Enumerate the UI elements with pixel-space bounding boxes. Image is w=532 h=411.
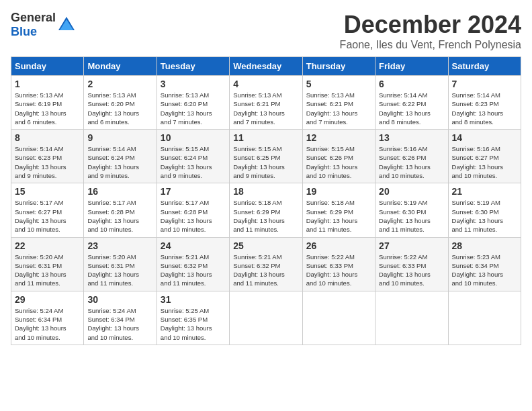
title-area: December 2024 Faone, Iles du Vent, Frenc…: [340, 11, 521, 51]
calendar-cell: 25Sunrise: 5:21 AMSunset: 6:32 PMDayligh…: [230, 237, 302, 291]
weekday-header-thursday: Thursday: [302, 57, 375, 76]
day-number: 31: [161, 294, 226, 305]
day-number: 19: [306, 186, 371, 197]
calendar-cell: 31Sunrise: 5:25 AMSunset: 6:35 PMDayligh…: [157, 291, 229, 345]
day-info: Sunrise: 5:22 AMSunset: 6:33 PMDaylight:…: [379, 253, 444, 288]
weekday-header-monday: Monday: [84, 57, 157, 76]
weekday-header-tuesday: Tuesday: [157, 57, 229, 76]
day-info: Sunrise: 5:21 AMSunset: 6:32 PMDaylight:…: [161, 253, 226, 288]
day-number: 13: [379, 132, 444, 143]
calendar-cell: 29Sunrise: 5:24 AMSunset: 6:34 PMDayligh…: [11, 291, 84, 345]
weekday-header-saturday: Saturday: [448, 57, 521, 76]
day-info: Sunrise: 5:19 AMSunset: 6:30 PMDaylight:…: [379, 198, 444, 234]
day-number: 26: [306, 240, 371, 251]
day-number: 6: [379, 79, 444, 89]
weekday-header-wednesday: Wednesday: [230, 57, 302, 76]
calendar-cell: 9Sunrise: 5:14 AMSunset: 6:24 PMDaylight…: [84, 130, 157, 183]
day-number: 23: [87, 240, 152, 251]
weekday-header-sunday: Sunday: [11, 57, 84, 76]
logo-blue: Blue: [11, 25, 37, 38]
day-number: 20: [379, 186, 444, 197]
day-info: Sunrise: 5:21 AMSunset: 6:32 PMDaylight:…: [233, 253, 298, 288]
location-subtitle: Faone, Iles du Vent, French Polynesia: [340, 39, 521, 51]
calendar-cell: 17Sunrise: 5:17 AMSunset: 6:28 PMDayligh…: [157, 183, 229, 237]
calendar-cell: 16Sunrise: 5:17 AMSunset: 6:28 PMDayligh…: [84, 183, 157, 237]
day-number: 7: [452, 79, 517, 89]
week-row-5: 29Sunrise: 5:24 AMSunset: 6:34 PMDayligh…: [11, 291, 521, 345]
day-number: 4: [233, 79, 298, 89]
day-number: 2: [87, 79, 152, 89]
calendar-cell: [448, 291, 521, 345]
calendar-cell: 15Sunrise: 5:17 AMSunset: 6:27 PMDayligh…: [11, 183, 84, 237]
week-row-3: 15Sunrise: 5:17 AMSunset: 6:27 PMDayligh…: [11, 183, 521, 237]
day-info: Sunrise: 5:14 AMSunset: 6:24 PMDaylight:…: [87, 144, 152, 180]
calendar-cell: 14Sunrise: 5:16 AMSunset: 6:27 PMDayligh…: [448, 130, 521, 183]
weekday-header-friday: Friday: [375, 57, 448, 76]
day-info: Sunrise: 5:16 AMSunset: 6:27 PMDaylight:…: [452, 144, 517, 180]
day-number: 15: [15, 186, 80, 197]
calendar-cell: 24Sunrise: 5:21 AMSunset: 6:32 PMDayligh…: [157, 237, 229, 291]
day-number: 12: [306, 132, 371, 143]
calendar-cell: 22Sunrise: 5:20 AMSunset: 6:31 PMDayligh…: [11, 237, 84, 291]
logo-icon: [57, 15, 76, 34]
day-info: Sunrise: 5:20 AMSunset: 6:31 PMDaylight:…: [15, 253, 80, 288]
day-number: 24: [161, 240, 226, 251]
day-info: Sunrise: 5:13 AMSunset: 6:21 PMDaylight:…: [306, 91, 371, 126]
day-info: Sunrise: 5:24 AMSunset: 6:34 PMDaylight:…: [15, 306, 80, 342]
header: General Blue December 2024 Faone, Iles d…: [11, 11, 521, 51]
day-info: Sunrise: 5:15 AMSunset: 6:25 PMDaylight:…: [233, 144, 298, 180]
week-row-2: 8Sunrise: 5:14 AMSunset: 6:23 PMDaylight…: [11, 130, 521, 183]
calendar-cell: 2Sunrise: 5:13 AMSunset: 6:20 PMDaylight…: [84, 76, 157, 130]
calendar-cell: 20Sunrise: 5:19 AMSunset: 6:30 PMDayligh…: [375, 183, 448, 237]
calendar-cell: 21Sunrise: 5:19 AMSunset: 6:30 PMDayligh…: [448, 183, 521, 237]
day-info: Sunrise: 5:17 AMSunset: 6:28 PMDaylight:…: [161, 198, 226, 234]
calendar-cell: 23Sunrise: 5:20 AMSunset: 6:31 PMDayligh…: [84, 237, 157, 291]
calendar-cell: 10Sunrise: 5:15 AMSunset: 6:24 PMDayligh…: [157, 130, 229, 183]
day-info: Sunrise: 5:23 AMSunset: 6:34 PMDaylight:…: [452, 253, 517, 288]
calendar-cell: 11Sunrise: 5:15 AMSunset: 6:25 PMDayligh…: [230, 130, 302, 183]
day-info: Sunrise: 5:17 AMSunset: 6:28 PMDaylight:…: [87, 198, 152, 234]
calendar-cell: 26Sunrise: 5:22 AMSunset: 6:33 PMDayligh…: [302, 237, 375, 291]
weekday-header-row: SundayMondayTuesdayWednesdayThursdayFrid…: [11, 57, 521, 76]
day-info: Sunrise: 5:19 AMSunset: 6:30 PMDaylight:…: [452, 198, 517, 234]
logo-general: General: [11, 11, 56, 24]
month-title: December 2024: [340, 11, 521, 39]
day-info: Sunrise: 5:20 AMSunset: 6:31 PMDaylight:…: [87, 253, 152, 288]
logo: General Blue: [11, 11, 76, 39]
day-info: Sunrise: 5:22 AMSunset: 6:33 PMDaylight:…: [306, 253, 371, 288]
calendar-cell: 28Sunrise: 5:23 AMSunset: 6:34 PMDayligh…: [448, 237, 521, 291]
day-number: 9: [87, 132, 152, 143]
calendar-cell: 12Sunrise: 5:15 AMSunset: 6:26 PMDayligh…: [302, 130, 375, 183]
day-number: 10: [161, 132, 226, 143]
day-number: 8: [15, 132, 80, 143]
day-info: Sunrise: 5:13 AMSunset: 6:19 PMDaylight:…: [15, 91, 80, 126]
day-info: Sunrise: 5:17 AMSunset: 6:27 PMDaylight:…: [15, 198, 80, 234]
week-row-4: 22Sunrise: 5:20 AMSunset: 6:31 PMDayligh…: [11, 237, 521, 291]
day-info: Sunrise: 5:16 AMSunset: 6:26 PMDaylight:…: [379, 144, 444, 180]
calendar-table: SundayMondayTuesdayWednesdayThursdayFrid…: [11, 56, 521, 345]
day-info: Sunrise: 5:13 AMSunset: 6:20 PMDaylight:…: [161, 91, 226, 126]
day-info: Sunrise: 5:14 AMSunset: 6:22 PMDaylight:…: [379, 91, 444, 126]
day-number: 25: [233, 240, 298, 251]
week-row-1: 1Sunrise: 5:13 AMSunset: 6:19 PMDaylight…: [11, 76, 521, 130]
day-number: 29: [15, 294, 80, 305]
day-info: Sunrise: 5:18 AMSunset: 6:29 PMDaylight:…: [306, 198, 371, 234]
calendar-cell: [375, 291, 448, 345]
day-info: Sunrise: 5:15 AMSunset: 6:26 PMDaylight:…: [306, 144, 371, 180]
day-number: 28: [452, 240, 517, 251]
day-info: Sunrise: 5:14 AMSunset: 6:23 PMDaylight:…: [15, 144, 80, 180]
day-info: Sunrise: 5:18 AMSunset: 6:29 PMDaylight:…: [233, 198, 298, 234]
day-info: Sunrise: 5:25 AMSunset: 6:35 PMDaylight:…: [161, 306, 226, 342]
calendar-cell: 30Sunrise: 5:24 AMSunset: 6:34 PMDayligh…: [84, 291, 157, 345]
calendar-cell: 6Sunrise: 5:14 AMSunset: 6:22 PMDaylight…: [375, 76, 448, 130]
day-info: Sunrise: 5:13 AMSunset: 6:20 PMDaylight:…: [87, 91, 152, 126]
calendar-cell: 3Sunrise: 5:13 AMSunset: 6:20 PMDaylight…: [157, 76, 229, 130]
logo-text: General Blue: [11, 11, 56, 39]
calendar-cell: 19Sunrise: 5:18 AMSunset: 6:29 PMDayligh…: [302, 183, 375, 237]
calendar-cell: 8Sunrise: 5:14 AMSunset: 6:23 PMDaylight…: [11, 130, 84, 183]
calendar-cell: 27Sunrise: 5:22 AMSunset: 6:33 PMDayligh…: [375, 237, 448, 291]
day-number: 1: [15, 79, 80, 89]
calendar-cell: 1Sunrise: 5:13 AMSunset: 6:19 PMDaylight…: [11, 76, 84, 130]
day-number: 17: [161, 186, 226, 197]
day-number: 3: [161, 79, 226, 89]
